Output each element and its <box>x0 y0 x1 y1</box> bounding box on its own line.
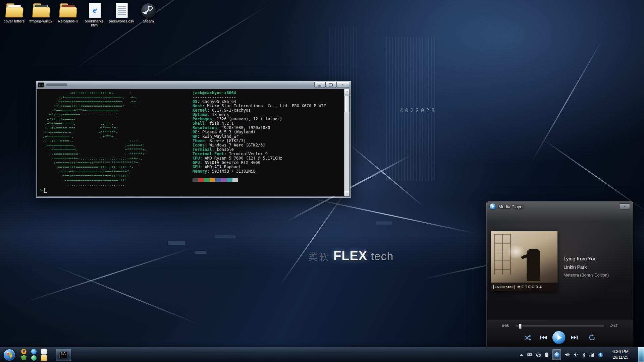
cover-letters-icon <box>5 3 23 18</box>
maximize-button[interactable] <box>325 82 336 88</box>
bluetooth-icon[interactable] <box>582 352 586 357</box>
wallpaper-glitch-digits: 4022028 <box>400 107 436 114</box>
bookmarks-html-icon: e <box>85 3 104 18</box>
desktop-icon-passwords-csv[interactable]: passwords.csv <box>108 3 135 27</box>
desktop-icon-bookmarks-html[interactable]: ebookmarks. html <box>81 3 108 27</box>
desktop-icon-reloaded-ii[interactable]: Reloaded-II <box>54 3 81 27</box>
next-button[interactable] <box>570 335 579 340</box>
globe-icon[interactable] <box>31 355 37 361</box>
quick-launch <box>19 348 49 361</box>
album-art-album-text: METEORA <box>517 285 543 289</box>
remaining-time: -2:47 <box>607 324 618 328</box>
reloaded-ii-icon <box>58 3 77 18</box>
desktop-icon-steam[interactable]: Steam <box>135 3 162 27</box>
clock-time: 6:36 PM <box>605 348 636 355</box>
messaging-icon[interactable] <box>41 349 47 355</box>
desktop-icon-label: passwords.csv <box>109 19 134 23</box>
album-art-band-text: LINKIN PARK <box>493 285 515 289</box>
repeat-button[interactable] <box>588 334 596 341</box>
security-icon[interactable] <box>21 355 26 361</box>
desktop-icon-ffmpeg-win32[interactable]: ffmpeg-win32 <box>28 3 54 27</box>
wallpaper-brand: 柔軟 FLEX tech <box>309 249 393 263</box>
steam-tray-icon[interactable] <box>536 352 541 357</box>
media-player-controls-panel: 0:08 -2:47 <box>487 320 633 347</box>
media-player-body: LINKIN PARK METEORA Lying from You Linki… <box>487 212 633 347</box>
close-button[interactable]: × <box>336 82 349 88</box>
seek-slider[interactable] <box>516 325 604 326</box>
browser-icon[interactable] <box>31 349 37 354</box>
track-album: Meteora (Bonus Edition) <box>564 273 609 278</box>
clock-date: 28/11/25 <box>605 355 636 360</box>
palette-swatch <box>210 178 215 182</box>
fastfetch-output: jack@cachyos-x8664 ------------------ OS… <box>193 91 326 184</box>
terminal-window-icon: C:\ <box>38 82 44 87</box>
palette-swatch <box>215 178 221 182</box>
passwords-csv-icon <box>112 3 131 18</box>
ascii-art: .-=++++++++++++++++=-. : .:+============… <box>40 91 147 187</box>
scroll-up-icon[interactable]: ▲ <box>344 89 350 95</box>
terminal-taskbar-icon: C:\ <box>59 352 67 358</box>
elapsed-time: 0:08 <box>502 324 512 328</box>
album-art: LINKIN PARK METEORA <box>491 231 557 291</box>
volume-icon[interactable] <box>565 352 570 357</box>
scroll-down-icon[interactable]: ▼ <box>344 191 350 196</box>
wallpaper-brand-main: FLEX <box>333 249 367 263</box>
fastfetch-line: Memory: 5921MiB / 31182MiB <box>193 169 326 174</box>
play-button[interactable] <box>552 331 566 344</box>
album-art-figure <box>527 249 540 281</box>
terminal-scrollbar[interactable]: ▲ ▼ <box>344 89 350 196</box>
terminal-title <box>46 83 67 86</box>
media-player-window: Media Player × LINKIN PARK METEORA Lying… <box>486 201 634 347</box>
windows-flag-icon <box>7 352 12 358</box>
steam-icon <box>139 3 158 18</box>
terminal-color-palette <box>193 178 326 184</box>
terminal-content[interactable]: .-=++++++++++++++++=-. : .:+============… <box>37 89 350 196</box>
network-signal-icon[interactable] <box>589 352 594 357</box>
desktop-icon-label: Reloaded-II <box>58 19 77 23</box>
firefox-icon[interactable] <box>21 349 26 354</box>
shell-prompt: > <box>40 188 47 193</box>
shuffle-button[interactable] <box>524 335 532 341</box>
palette-swatch <box>198 178 204 182</box>
taskbar-clock[interactable]: 6:36 PM 28/11/25 <box>605 348 636 360</box>
minimize-button[interactable] <box>314 82 325 88</box>
media-player-close-button[interactable]: × <box>619 203 630 209</box>
desktop-icon-label: cover letters <box>4 19 25 23</box>
show-desktop-button[interactable] <box>638 347 644 362</box>
media-player-icon <box>490 203 496 209</box>
media-player-title: Media Player <box>498 204 524 209</box>
system-tray <box>520 347 603 362</box>
desktop-icon-cover-letters[interactable]: cover letters <box>1 3 28 27</box>
audio-mixer-icon[interactable] <box>574 352 578 357</box>
scrollbar-thumb[interactable] <box>344 96 350 112</box>
discord-tray-icon[interactable] <box>527 353 532 357</box>
media-player-titlebar[interactable]: Media Player × <box>486 201 633 212</box>
palette-swatch <box>232 178 238 182</box>
palette-swatch <box>227 178 232 182</box>
prompt-symbol: > <box>40 188 43 193</box>
file-manager-icon[interactable] <box>41 355 47 361</box>
updates-icon[interactable] <box>598 352 603 357</box>
track-title: Lying from You <box>564 256 597 261</box>
taskbar: C:\ <box>0 347 644 362</box>
desktop-icon-label: Steam <box>143 19 154 23</box>
hidden-icons-chevron[interactable] <box>520 354 523 356</box>
ffmpeg-win32-icon <box>32 3 50 18</box>
desktop-icon-label: ffmpeg-win32 <box>30 19 53 23</box>
palette-swatch <box>193 178 198 182</box>
wallpaper-cjk-text: 柔軟 <box>309 251 330 263</box>
palette-swatch <box>204 178 210 182</box>
seek-slider-thumb[interactable] <box>519 324 522 329</box>
palette-swatch <box>221 178 227 182</box>
fastfetch-lines: OS: CachyOS x86_64Host: Micro-Star Inter… <box>193 100 326 174</box>
terminal-window: C:\ × .-=++++++++++++++++=-. : .:+======… <box>36 80 352 198</box>
terminal-titlebar[interactable]: C:\ × <box>36 81 351 89</box>
media-player-tray-icon[interactable] <box>552 349 561 360</box>
track-artist: Linkin Park <box>564 264 587 270</box>
start-button[interactable] <box>3 349 15 361</box>
desktop-icon-label: bookmarks. html <box>85 19 104 27</box>
taskbar-button-terminal[interactable]: C:\ <box>56 349 71 361</box>
previous-button[interactable] <box>539 335 548 340</box>
clipboard-tray-icon[interactable] <box>545 352 549 357</box>
text-cursor <box>44 188 47 193</box>
